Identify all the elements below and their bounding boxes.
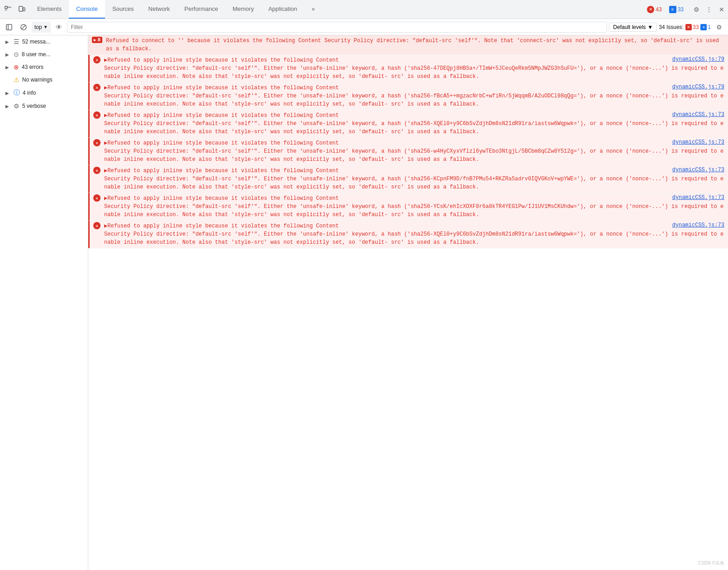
entry-link[interactable]: dynamicCSS.js:79 (672, 84, 724, 90)
eye-button[interactable]: 👁 (53, 21, 65, 34)
entry-link[interactable]: dynamicCSS.js:73 (672, 167, 724, 173)
verbose-icon: ⚙ (14, 102, 19, 110)
console-entry[interactable]: ✕ ▶Refused to apply inline style because… (88, 138, 728, 165)
sidebar-item-verbose[interactable]: ▶ ⚙ 5 verbose (0, 100, 88, 112)
sidebar: ▶ ☰ 52 messa... ▶ ⊙ 8 user me... ▶ ⊗ 43 … (0, 35, 88, 570)
context-selector[interactable]: top ▼ (32, 22, 51, 33)
arrow-icon: ▶ (5, 91, 11, 96)
entry-text-cont: Security Policy directive: "default-src … (104, 120, 724, 136)
entry-text: ▶Refused to apply inline style because i… (104, 139, 672, 147)
tab-performance[interactable]: Performance (177, 0, 225, 19)
console-entry[interactable]: ✕ ▶Refused to apply inline style because… (88, 110, 728, 138)
entry-link[interactable]: dynamicCSS.js:79 (672, 56, 724, 63)
issues-info-count: ≡ 1 (700, 24, 711, 30)
entry-text: ▶Refused to apply inline style because i… (104, 194, 672, 203)
entry-link[interactable]: dynamicCSS.js:73 (672, 111, 724, 118)
svg-rect-4 (19, 6, 23, 11)
warnings-badge[interactable]: ≡ 33 (666, 6, 686, 13)
entry-link[interactable]: dynamicCSS.js:73 (672, 139, 724, 145)
error-icon: ✕ (93, 167, 101, 174)
errors-badge[interactable]: ✕ 43 (644, 6, 664, 13)
default-levels-button[interactable]: Default levels ▼ (609, 23, 657, 32)
arrow-icon: ▶ (5, 65, 11, 70)
arrow-icon: ▶ (5, 104, 11, 109)
tab-console[interactable]: Console (69, 0, 105, 19)
issues-errors-count: ✕ 33 (685, 24, 699, 30)
entry-text-cont: Security Policy directive: "default-src … (104, 64, 724, 81)
error-icon: ✕ (93, 84, 101, 91)
svg-rect-0 (5, 6, 7, 9)
console-entry[interactable]: ✕ ▶Refused to apply inline style because… (88, 82, 728, 110)
entry-link[interactable]: dynamicCSS.js:73 (672, 222, 724, 228)
user-icon: ⊙ (14, 51, 19, 58)
devtools-icons (0, 3, 30, 16)
issues-settings-button[interactable]: ⚙ (713, 21, 725, 34)
entry-text: ▶Refused to apply inline style because i… (104, 222, 672, 230)
sidebar-toggle-button[interactable] (3, 21, 15, 34)
console-entry[interactable]: ✕ ▶Refused to apply inline style because… (88, 165, 728, 193)
sidebar-item-errors[interactable]: ▶ ⊗ 43 errors (0, 61, 88, 73)
sidebar-item-user[interactable]: ▶ ⊙ 8 user me... (0, 48, 88, 61)
console-entry[interactable]: ✕ ▶Refused to apply inline style because… (88, 55, 728, 82)
inspect-icon[interactable] (2, 3, 14, 16)
grouped-badge: 8 (92, 37, 102, 43)
error-icon: ✕ (93, 139, 101, 146)
main-layout: ▶ ☰ 52 messa... ▶ ⊙ 8 user me... ▶ ⊗ 43 … (0, 35, 728, 570)
entry-text: Refused to connect to '' because it viol… (106, 37, 724, 53)
device-icon[interactable] (15, 3, 28, 16)
clear-console-button[interactable] (17, 21, 30, 34)
arrow-icon: ▶ (5, 39, 11, 44)
settings-button[interactable]: ⚙ (690, 3, 703, 16)
entry-text-cont: Security Policy directive: "default-src … (104, 203, 724, 219)
close-button[interactable]: ✕ (715, 3, 728, 16)
errors-icon: ⊗ (14, 63, 19, 71)
entry-text-cont: Security Policy directive: "default-src … (104, 92, 724, 108)
svg-line-9 (22, 25, 26, 29)
tab-elements[interactable]: Elements (30, 0, 69, 19)
console-entry[interactable]: 8 Refused to connect to '' because it vi… (88, 35, 728, 55)
tab-application[interactable]: Application (261, 0, 305, 19)
entry-text: ▶Refused to apply inline style because i… (104, 84, 672, 92)
tab-network[interactable]: Network (141, 0, 177, 19)
sidebar-item-messages[interactable]: ▶ ☰ 52 messa... (0, 35, 88, 48)
sidebar-item-info[interactable]: ▶ ⓘ 4 info (0, 86, 88, 100)
watermark: CSDN ©乐鱼 (698, 560, 724, 566)
error-icon: ✕ (93, 56, 101, 63)
entry-text-cont: Security Policy directive: "default-src … (104, 175, 724, 191)
entry-text-cont: Security Policy directive: "default-src … (104, 147, 724, 164)
error-icon: ✕ (93, 111, 101, 119)
warnings-icon: ⚠ (14, 76, 19, 83)
console-content: 8 Refused to connect to '' because it vi… (88, 35, 728, 570)
top-bar: Elements Console Sources Network Perform… (0, 0, 728, 19)
messages-icon: ☰ (14, 38, 19, 45)
svg-rect-6 (6, 24, 12, 30)
console-entry[interactable]: ✕ ▶Refused to apply inline style because… (88, 221, 728, 248)
entry-text: ▶Refused to apply inline style because i… (104, 167, 672, 175)
error-icon: ✕ (93, 222, 101, 229)
more-options-button[interactable]: ⋮ (703, 3, 715, 16)
filter-input[interactable] (67, 22, 608, 33)
entry-link[interactable]: dynamicCSS.js:73 (672, 194, 724, 201)
tab-memory[interactable]: Memory (225, 0, 261, 19)
issues-bar: 34 Issues: ✕ 33 ≡ 1 (659, 24, 711, 30)
sidebar-item-warnings[interactable]: ▶ ⚠ No warnings (0, 73, 88, 86)
tab-more[interactable]: » (304, 0, 322, 19)
console-entry[interactable]: ✕ ▶Refused to apply inline style because… (88, 193, 728, 221)
entry-text-cont: Security Policy directive: "default-src … (104, 230, 724, 246)
info-icon: ⓘ (14, 89, 20, 97)
svg-rect-5 (23, 8, 25, 11)
error-icon: ✕ (93, 194, 101, 202)
entry-text: ▶Refused to apply inline style because i… (104, 56, 672, 64)
console-toolbar: top ▼ 👁 Default levels ▼ 34 Issues: ✕ 33… (0, 19, 728, 35)
arrow-icon: ▶ (5, 52, 11, 57)
entry-text: ▶Refused to apply inline style because i… (104, 111, 672, 120)
tab-sources[interactable]: Sources (105, 0, 141, 19)
